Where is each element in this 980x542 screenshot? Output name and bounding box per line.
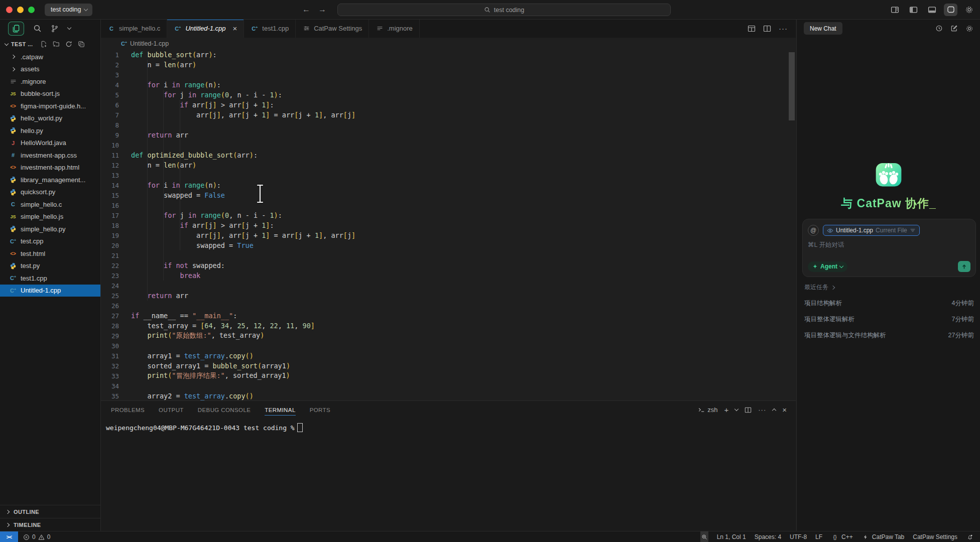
file-tree-item[interactable]: quicksort.py <box>0 186 100 199</box>
customize-layout-button[interactable] <box>888 4 902 16</box>
recent-task-item[interactable]: 项目整体逻辑解析7分钟前 <box>804 315 974 324</box>
file-tree-item[interactable]: <>investment-app.html <box>0 162 100 174</box>
status-item[interactable] <box>966 534 974 540</box>
forward-button[interactable]: → <box>318 5 326 14</box>
timeline-section[interactable]: TIMELINE <box>0 518 100 531</box>
cpp-file-icon: C+ <box>121 41 127 47</box>
file-tree-item[interactable]: test.py <box>0 260 100 273</box>
panel-tab-debug-console[interactable]: DEBUG CONSOLE <box>191 401 258 419</box>
minimize-window-button[interactable] <box>17 7 24 13</box>
status-item-lf[interactable]: LF <box>815 533 822 540</box>
git-branch-icon <box>51 25 59 33</box>
source-control-button[interactable] <box>51 25 59 33</box>
editor-layout-button[interactable] <box>748 25 756 33</box>
code-editor[interactable]: 1def bubble_sort(arr):2 n = len(arr)34 f… <box>101 50 796 400</box>
split-editor-button[interactable] <box>763 25 771 33</box>
editor-more-actions-button[interactable]: ··· <box>779 24 788 33</box>
editor-tab[interactable]: .mignore <box>369 19 420 38</box>
context-file-chip[interactable]: Untitled-1.cpp Current File <box>823 225 920 236</box>
panel-tab-output[interactable]: OUTPUT <box>152 401 191 419</box>
collapse-folders-button[interactable] <box>78 41 85 48</box>
close-panel-button[interactable]: × <box>782 405 787 414</box>
status-item-ln-1-col-1[interactable]: Ln 1, Col 1 <box>717 533 746 540</box>
breadcrumb[interactable]: C+ Untitled-1.cpp <box>101 38 796 50</box>
eye-icon <box>827 227 833 234</box>
toggle-panel-button[interactable] <box>925 4 939 16</box>
panel-bottom-icon <box>928 6 936 14</box>
chat-input-card[interactable]: @ Untitled-1.cpp Current File ⌘L 开始对话 Ag… <box>802 219 976 277</box>
search-view-button[interactable] <box>33 24 42 33</box>
status-item-catpaw-tab[interactable]: CatPaw Tab <box>862 533 904 540</box>
terminal-dropdown-button[interactable] <box>735 409 738 411</box>
panel-tab-ports[interactable]: PORTS <box>303 401 337 419</box>
new-chat-button[interactable]: New Chat <box>804 22 842 35</box>
new-folder-button[interactable] <box>53 41 60 48</box>
new-file-button[interactable] <box>40 41 47 48</box>
panel-tab-problems[interactable]: PROBLEMS <box>104 401 152 419</box>
send-message-button[interactable] <box>958 261 970 272</box>
outline-section[interactable]: OUTLINE <box>0 505 100 518</box>
file-tree-item[interactable]: <>figma-import-guide.h... <box>0 100 100 112</box>
project-switcher[interactable]: test coding <box>45 4 92 16</box>
file-tree-item[interactable]: .mignore <box>0 75 100 88</box>
more-views-button[interactable] <box>68 28 71 29</box>
toggle-chat-panel-button[interactable] <box>944 4 957 16</box>
terminal-output[interactable]: weipengcheng04@MBP-M67G46421D-0043 test … <box>101 419 796 432</box>
chat-input-placeholder[interactable]: ⌘L 开始对话 <box>808 241 970 249</box>
terminal-more-button[interactable]: ··· <box>758 406 766 414</box>
maximize-panel-button[interactable] <box>773 408 776 412</box>
status-item-catpaw-settings[interactable]: CatPaw Settings <box>913 533 957 540</box>
file-tree-item[interactable]: #investment-app.css <box>0 149 100 162</box>
split-terminal-button[interactable] <box>745 406 752 414</box>
file-tree-item[interactable]: JHelloWorld.java <box>0 137 100 150</box>
status-item[interactable] <box>700 531 708 542</box>
file-tree-item[interactable]: C+test1.cpp <box>0 272 100 285</box>
mention-button[interactable]: @ <box>808 225 819 236</box>
new-terminal-button[interactable]: + <box>724 405 728 414</box>
file-tree-item[interactable]: Csimple_hello.c <box>0 198 100 211</box>
settings-gear-button[interactable] <box>962 4 976 16</box>
editor-tab[interactable]: C+Untitled-1.cpp× <box>167 19 244 38</box>
close-window-button[interactable] <box>6 7 13 13</box>
agent-mode-button[interactable]: Agent <box>808 261 847 272</box>
file-tree-item[interactable]: library_management... <box>0 174 100 186</box>
file-tree-item[interactable]: .catpaw <box>0 51 100 63</box>
file-tree-item[interactable]: hello_world.py <box>0 112 100 125</box>
recent-task-item[interactable]: 项目结构解析4分钟前 <box>804 299 974 308</box>
file-tree-item[interactable]: <>test.html <box>0 247 100 260</box>
file-tree-item[interactable]: C+test.cpp <box>0 235 100 248</box>
maximize-window-button[interactable] <box>28 7 35 13</box>
panel-tab-terminal[interactable]: TERMINAL <box>258 401 302 419</box>
file-tree-item[interactable]: assets <box>0 63 100 76</box>
explorer-section-header[interactable]: TEST ... <box>0 38 100 51</box>
chat-bubble-icon <box>947 6 955 14</box>
status-item-utf-8[interactable]: UTF-8 <box>790 533 807 540</box>
toggle-sidebar-button[interactable] <box>907 4 920 16</box>
explorer-view-button[interactable] <box>8 22 24 36</box>
status-item-spaces-4[interactable]: Spaces: 4 <box>755 533 781 540</box>
compose-chat-button[interactable] <box>950 25 958 33</box>
editor-scrollbar[interactable] <box>789 52 795 120</box>
file-tree-item[interactable]: simple_hello.py <box>0 223 100 235</box>
file-tree-item[interactable]: JSbubble-sort.js <box>0 88 100 100</box>
problems-status[interactable]: 0 0 <box>18 533 55 540</box>
status-item-c-[interactable]: {}C++ <box>831 533 853 540</box>
remote-indicator[interactable]: >< <box>0 531 18 542</box>
back-button[interactable]: ← <box>302 5 310 14</box>
editor-tab[interactable]: CatPaw Settings <box>296 19 369 38</box>
editor-tab[interactable]: Csimple_hello.c <box>101 19 167 38</box>
close-tab-button[interactable]: × <box>233 25 237 32</box>
file-tree-item[interactable]: hello.py <box>0 124 100 137</box>
file-name: bubble-sort.js <box>21 90 60 97</box>
recent-task-item[interactable]: 项目整体逻辑与文件结构解析27分钟前 <box>804 331 974 340</box>
editor-tab[interactable]: C+test1.cpp <box>244 19 296 38</box>
recent-tasks-header[interactable]: 最近任务 <box>804 283 974 292</box>
code-line: 29 print("原始数组:", test_array) <box>101 331 796 341</box>
command-center-search[interactable]: test coding <box>337 4 671 16</box>
refresh-explorer-button[interactable] <box>65 41 72 48</box>
shell-selector[interactable]: zsh <box>698 406 717 414</box>
chat-settings-button[interactable] <box>965 25 973 33</box>
file-tree-item[interactable]: JSsimple_hello.js <box>0 211 100 223</box>
file-tree-item[interactable]: C+Untitled-1.cpp <box>0 285 100 297</box>
chat-history-button[interactable] <box>935 25 943 33</box>
